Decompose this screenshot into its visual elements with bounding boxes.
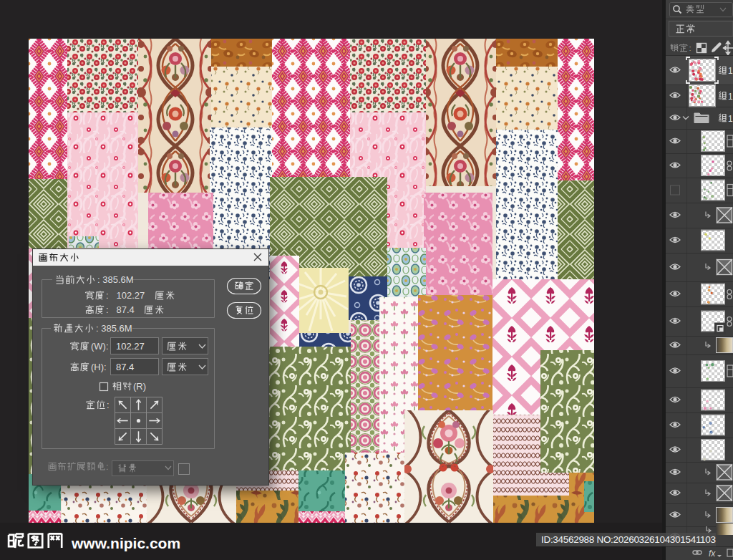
svg-text::: : — [106, 461, 109, 472]
svg-text::: : — [107, 400, 110, 410]
svg-text:(H):: (H): — [91, 362, 107, 372]
svg-text:www.nipic.com: www.nipic.com — [71, 535, 180, 551]
svg-text:1: 1 — [728, 92, 733, 102]
svg-text:fx: fx — [709, 549, 716, 559]
svg-text:(R): (R) — [133, 381, 146, 392]
svg-text:87.4: 87.4 — [116, 362, 134, 372]
svg-text:1: 1 — [728, 66, 733, 76]
svg-text:: 87.4: : 87.4 — [106, 304, 135, 315]
svg-text::: : — [689, 44, 691, 52]
svg-text:: 385.6M: : 385.6M — [97, 274, 134, 285]
svg-text:: 385.6M: : 385.6M — [96, 323, 132, 334]
svg-text:: 102.27: : 102.27 — [106, 290, 145, 301]
svg-text:102.27: 102.27 — [116, 341, 145, 352]
svg-text:(W):: (W): — [91, 341, 109, 352]
svg-text:1: 1 — [728, 114, 733, 124]
